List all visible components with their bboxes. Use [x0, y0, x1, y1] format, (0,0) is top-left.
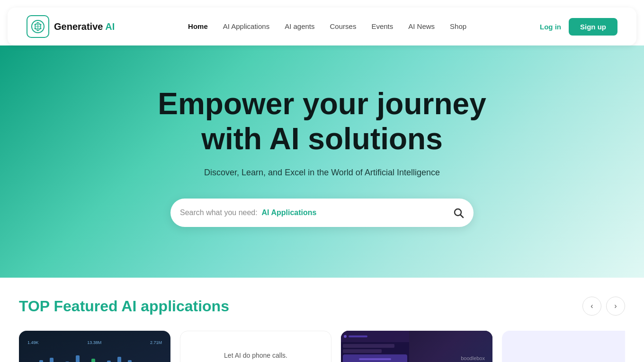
logo[interactable]: Generative AI [27, 15, 115, 38]
svg-point-7 [40, 24, 42, 26]
navbar: Generative AI Home AI Applications AI ag… [8, 8, 636, 45]
analytics-chart [24, 353, 166, 362]
login-button[interactable]: Log in [540, 23, 561, 31]
nav-item-applications[interactable]: AI Applications [223, 22, 269, 31]
featured-section: TOP Featured AI applications ‹ › 1.49K 1… [0, 278, 644, 362]
nav-item-news[interactable]: AI News [408, 22, 435, 31]
featured-title: TOP Featured AI applications [19, 298, 229, 315]
svg-point-10 [37, 22, 39, 24]
nav-link-applications[interactable]: AI Applications [223, 22, 269, 30]
card-analytics-content: 1.49K 13.38M 2.71M [19, 331, 170, 362]
nav-item-shop[interactable]: Shop [450, 22, 466, 31]
carousel-next-button[interactable]: › [606, 297, 625, 316]
boodlebox-text: boodlebox Your team + GenAI in one place [433, 355, 485, 362]
carousel-prev-button[interactable]: ‹ [582, 297, 601, 316]
search-highlight-text: AI Applications [262, 208, 317, 217]
nav-link-courses[interactable]: Courses [330, 22, 357, 30]
nav-links: Home AI Applications AI agents Courses E… [188, 22, 466, 31]
hero-section: Empower your journey with AI solutions D… [0, 45, 644, 278]
brain-icon [31, 19, 45, 34]
nav-link-news[interactable]: AI News [408, 22, 435, 30]
nav-item-courses[interactable]: Courses [330, 22, 357, 31]
cards-row: 1.49K 13.38M 2.71M [19, 331, 625, 362]
app-card-ai-calls[interactable]: Let AI do phone calls. It sounds human. … [180, 331, 331, 362]
search-bar[interactable]: Search what you need: AI Applications [170, 199, 474, 227]
svg-point-6 [35, 24, 36, 26]
nav-item-home[interactable]: Home [188, 22, 208, 31]
nav-link-events[interactable]: Events [371, 22, 393, 30]
svg-line-13 [461, 215, 464, 217]
app-card-gretel[interactable]: gretel [502, 331, 625, 362]
search-icon [453, 207, 464, 218]
svg-point-9 [40, 28, 42, 29]
logo-icon [27, 15, 49, 38]
boodlebox-brand-label: boodlebox [433, 355, 485, 361]
nav-link-agents[interactable]: AI agents [285, 22, 314, 30]
carousel-controls: ‹ › [582, 297, 625, 316]
boodlebox-mockup [341, 331, 409, 362]
svg-point-11 [37, 30, 39, 31]
hero-title: Empower your journey with AI solutions [158, 87, 486, 156]
nav-link-home[interactable]: Home [188, 22, 208, 30]
card-calls-tagline: Let AI do phone calls. [224, 352, 287, 359]
brand-name: Generative AI [54, 21, 115, 32]
nav-item-agents[interactable]: AI agents [285, 22, 314, 31]
hero-subtitle: Discover, Learn, and Excel in the World … [204, 166, 440, 180]
featured-header: TOP Featured AI applications ‹ › [19, 297, 625, 316]
app-card-boodlebox[interactable]: boodlebox Your team + GenAI in one place [341, 331, 492, 362]
signup-button[interactable]: Sign up [569, 18, 617, 36]
nav-auth: Log in Sign up [540, 18, 617, 36]
nav-link-shop[interactable]: Shop [450, 22, 466, 30]
nav-item-events[interactable]: Events [371, 22, 393, 31]
analytics-stats: 1.49K 13.38M 2.71M [24, 338, 166, 347]
search-prefix: Search what you need: AI Applications [180, 208, 453, 217]
svg-point-8 [35, 28, 36, 29]
app-card-analytics[interactable]: 1.49K 13.38M 2.71M [19, 331, 170, 362]
search-button[interactable] [453, 207, 464, 218]
